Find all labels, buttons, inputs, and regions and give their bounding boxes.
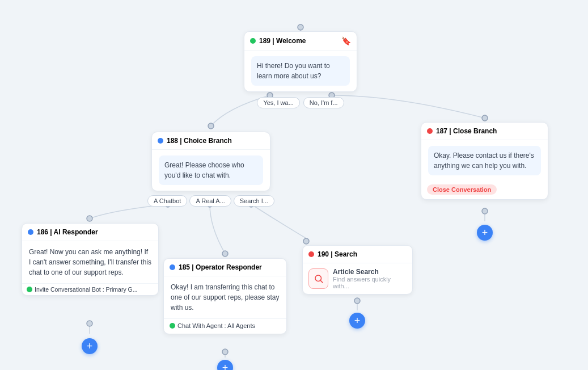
chat-agent-dot: [170, 323, 175, 329]
operator-status-dot: [170, 264, 175, 270]
add-button-ai[interactable]: +: [82, 338, 98, 354]
svg-point-8: [208, 123, 214, 129]
chat-agent-label: Chat With Agent : All Agents: [177, 322, 255, 329]
close-branch-status-dot: [427, 128, 433, 134]
ai-label: 186 | AI Responder: [37, 228, 98, 236]
node-close-branch-header: 187 | Close Branch: [421, 123, 548, 140]
close-branch-label: 187 | Close Branch: [436, 127, 497, 135]
node-close-branch-body: Okay. Please contact us if there's anyth…: [421, 140, 548, 181]
node-search[interactable]: 190 | Search Article Search Find answers…: [302, 245, 413, 295]
welcome-label: 189 | Welcome: [259, 37, 306, 45]
node-choice-branch[interactable]: 188 | Choice Branch Great! Please choose…: [151, 132, 270, 191]
close-branch-message: Okay. Please contact us if there's anyth…: [428, 146, 541, 175]
node-welcome-header: 189 | Welcome 🔖: [244, 32, 357, 51]
close-conversation-tag[interactable]: Close Conversation: [427, 184, 497, 195]
welcome-status-dot: [250, 38, 256, 44]
chat-agent-tag: Chat With Agent : All Agents: [164, 318, 286, 334]
node-operator-header: 185 | Operator Responder: [164, 259, 286, 276]
article-title: Article Search: [333, 268, 407, 276]
welcome-choices: Yes, I wa... No, I'm f...: [244, 97, 357, 108]
node-welcome-body: Hi there! Do you want to learn more abou…: [244, 51, 357, 91]
article-text: Article Search Find answers quickly with…: [333, 268, 407, 289]
invite-bot-dot: [27, 287, 32, 292]
node-choice-body: Great! Please choose who you'd like to c…: [152, 150, 270, 191]
node-welcome[interactable]: 189 | Welcome 🔖 Hi there! Do you want to…: [244, 31, 357, 92]
svg-point-17: [222, 349, 228, 355]
node-ai-header: 186 | AI Responder: [22, 224, 158, 241]
node-ai-responder[interactable]: 186 | AI Responder Great! Now you can as…: [22, 223, 159, 296]
node-search-header: 190 | Search: [303, 246, 412, 263]
add-button-operator[interactable]: +: [217, 360, 233, 370]
operator-label: 185 | Operator Responder: [179, 263, 262, 271]
choice-search[interactable]: Search I...: [234, 195, 274, 207]
node-operator-body: Okay! I am transferring this chat to one…: [164, 276, 286, 318]
node-operator-responder[interactable]: 185 | Operator Responder Okay! I am tran…: [163, 258, 287, 334]
choice-yes[interactable]: Yes, I wa...: [257, 97, 299, 108]
ai-status-dot: [28, 229, 33, 235]
flow-canvas: 189 | Welcome 🔖 Hi there! Do you want to…: [0, 0, 588, 370]
choice-message: Great! Please choose who you'd like to c…: [159, 155, 263, 185]
search-status-dot: [308, 251, 314, 257]
node-close-branch[interactable]: 187 | Close Branch Okay. Please contact …: [421, 122, 548, 200]
svg-point-18: [354, 298, 360, 304]
svg-line-21: [320, 280, 323, 283]
search-label: 190 | Search: [318, 250, 357, 258]
svg-point-13: [87, 216, 92, 221]
svg-point-9: [482, 115, 488, 121]
invite-bot-tag: Invite Conversational Bot : Primary G...: [22, 283, 158, 295]
choice-chatbot[interactable]: A Chatbot: [147, 195, 187, 207]
svg-point-16: [87, 321, 92, 326]
bookmark-icon: 🔖: [341, 36, 351, 45]
node-ai-body: Great! Now you can ask me anything! If I…: [22, 241, 158, 283]
choice-status-dot: [158, 138, 163, 144]
choice-buttons: A Chatbot A Real A... Search I...: [152, 195, 270, 207]
choice-label: 188 | Choice Branch: [167, 137, 232, 145]
welcome-message: Hi there! Do you want to learn more abou…: [251, 56, 350, 86]
article-search-icon: [308, 268, 328, 289]
add-button-search[interactable]: +: [349, 313, 365, 329]
svg-point-5: [298, 24, 303, 30]
svg-point-15: [303, 238, 309, 244]
choice-no[interactable]: No, I'm f...: [303, 97, 344, 108]
invite-bot-label: Invite Conversational Bot : Primary G...: [35, 286, 137, 293]
choice-real-agent[interactable]: A Real A...: [189, 195, 231, 207]
node-choice-header: 188 | Choice Branch: [152, 132, 270, 150]
add-button-close-branch[interactable]: +: [477, 225, 493, 241]
article-search-box: Article Search Find answers quickly with…: [303, 263, 412, 294]
svg-point-19: [482, 208, 488, 214]
article-sub: Find answers quickly with...: [333, 276, 407, 289]
svg-point-20: [315, 275, 322, 281]
svg-point-14: [222, 251, 228, 257]
